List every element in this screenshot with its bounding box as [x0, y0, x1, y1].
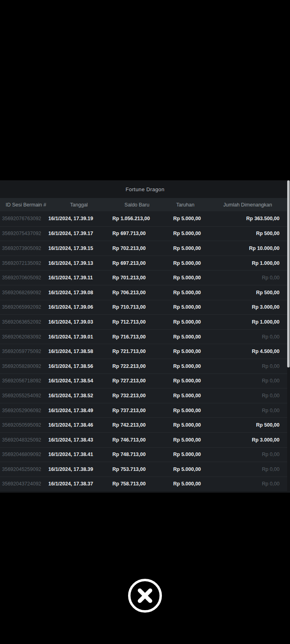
cell-amount-won: Rp 363.500,00 — [208, 216, 287, 221]
column-header-new-balance: Saldo Baru — [112, 202, 162, 208]
cell-date: 16/1/2024, 17.38.37 — [46, 481, 112, 487]
column-header-bet: Taruhan — [162, 202, 208, 208]
table-row: 3569205671809216/1/2024, 17.38.54Rp 727.… — [0, 374, 287, 388]
cell-amount-won: Rp 500,00 — [208, 422, 287, 428]
cell-amount-won: Rp 0,00 — [208, 393, 287, 398]
cell-bet: Rp 5.000,00 — [162, 246, 208, 251]
cell-session-id: 35692068269092 — [0, 290, 46, 295]
cell-session-id: 35692046809092 — [0, 452, 46, 457]
cell-new-balance: Rp 727.213,00 — [112, 378, 162, 384]
close-button[interactable] — [128, 579, 162, 613]
cell-new-balance: Rp 753.713,00 — [112, 466, 162, 472]
table-row: 3569207676309216/1/2024, 17.39.19Rp 1.05… — [0, 211, 287, 226]
cell-new-balance: Rp 758.713,00 — [112, 481, 162, 487]
cell-session-id: 35692052906092 — [0, 408, 46, 413]
cell-date: 16/1/2024, 17.38.52 — [46, 393, 112, 398]
game-history-modal: Fortune Dragon ID Sesi Bermain # Tanggal… — [0, 180, 290, 493]
table-row: 3569204832509216/1/2024, 17.38.43Rp 746.… — [0, 432, 287, 447]
cell-date: 16/1/2024, 17.38.46 — [46, 422, 112, 428]
cell-new-balance: Rp 732.213,00 — [112, 393, 162, 398]
cell-amount-won: Rp 0,00 — [208, 275, 287, 281]
cell-new-balance: Rp 697.713,00 — [112, 231, 162, 236]
table-row: 3569206599209216/1/2024, 17.39.06Rp 710.… — [0, 300, 287, 315]
cell-bet: Rp 5.000,00 — [162, 216, 208, 221]
screen: Fortune Dragon ID Sesi Bermain # Tanggal… — [0, 0, 290, 644]
cell-new-balance: Rp 722.213,00 — [112, 363, 162, 369]
cell-bet: Rp 5.000,00 — [162, 481, 208, 487]
cell-amount-won: Rp 0,00 — [208, 481, 287, 487]
cell-amount-won: Rp 0,00 — [208, 452, 287, 457]
cell-bet: Rp 5.000,00 — [162, 437, 208, 443]
cell-session-id: 35692058280092 — [0, 363, 46, 369]
cell-amount-won: Rp 500,00 — [208, 290, 287, 295]
cell-amount-won: Rp 500,00 — [208, 231, 287, 236]
cell-new-balance: Rp 746.713,00 — [112, 437, 162, 443]
cell-amount-won: Rp 4.500,00 — [208, 349, 287, 354]
table-row: 3569204525909216/1/2024, 17.38.39Rp 753.… — [0, 462, 287, 477]
cell-new-balance: Rp 737.213,00 — [112, 408, 162, 413]
history-table: ID Sesi Bermain # Tanggal Saldo Baru Tar… — [0, 198, 290, 491]
cell-date: 16/1/2024, 17.39.03 — [46, 319, 112, 325]
cell-session-id: 35692073905092 — [0, 246, 46, 251]
cell-new-balance: Rp 710.713,00 — [112, 304, 162, 310]
cell-session-id: 35692075437092 — [0, 231, 46, 236]
cell-date: 16/1/2024, 17.38.43 — [46, 437, 112, 443]
cell-bet: Rp 5.000,00 — [162, 422, 208, 428]
cell-amount-won: Rp 10.000,00 — [208, 246, 287, 251]
column-header-session-id: ID Sesi Bermain # — [0, 202, 46, 208]
cell-amount-won: Rp 0,00 — [208, 363, 287, 369]
cell-session-id: 35692065992092 — [0, 304, 46, 310]
cell-date: 16/1/2024, 17.39.19 — [46, 216, 112, 221]
cell-date: 16/1/2024, 17.38.54 — [46, 378, 112, 384]
cell-new-balance: Rp 742.213,00 — [112, 422, 162, 428]
table-row: 3569207060509216/1/2024, 17.39.11Rp 701.… — [0, 270, 287, 285]
cell-date: 16/1/2024, 17.39.17 — [46, 231, 112, 236]
x-close-icon — [130, 581, 160, 610]
cell-session-id: 35692043724092 — [0, 481, 46, 487]
cell-date: 16/1/2024, 17.38.56 — [46, 363, 112, 369]
cell-date: 16/1/2024, 17.39.01 — [46, 334, 112, 340]
cell-session-id: 35692059775092 — [0, 349, 46, 354]
cell-session-id: 35692072135092 — [0, 260, 46, 266]
table-row: 3569205290609216/1/2024, 17.38.49Rp 737.… — [0, 403, 287, 418]
cell-bet: Rp 5.000,00 — [162, 393, 208, 398]
cell-new-balance: Rp 716.713,00 — [112, 334, 162, 340]
column-header-date: Tanggal — [46, 202, 112, 208]
cell-session-id: 35692055254092 — [0, 393, 46, 398]
cell-date: 16/1/2024, 17.38.41 — [46, 452, 112, 457]
cell-bet: Rp 5.000,00 — [162, 466, 208, 472]
cell-bet: Rp 5.000,00 — [162, 319, 208, 325]
cell-new-balance: Rp 706.213,00 — [112, 290, 162, 295]
table-row: 3569205977509216/1/2024, 17.38.58Rp 721.… — [0, 344, 287, 359]
cell-bet: Rp 5.000,00 — [162, 378, 208, 384]
cell-session-id: 35692070605092 — [0, 275, 46, 281]
cell-date: 16/1/2024, 17.38.58 — [46, 349, 112, 354]
cell-date: 16/1/2024, 17.38.49 — [46, 408, 112, 413]
cell-amount-won: Rp 1.000,00 — [208, 319, 287, 325]
cell-session-id: 35692062083092 — [0, 334, 46, 340]
cell-new-balance: Rp 721.713,00 — [112, 349, 162, 354]
table-row: 3569207213509216/1/2024, 17.39.13Rp 697.… — [0, 256, 287, 270]
scrollbar-thumb[interactable] — [287, 180, 290, 367]
table-row: 3569207390509216/1/2024, 17.39.15Rp 702.… — [0, 241, 287, 256]
cell-date: 16/1/2024, 17.39.11 — [46, 275, 112, 281]
cell-amount-won: Rp 0,00 — [208, 378, 287, 384]
column-header-amount-won: Jumlah Dimenangkan — [208, 202, 287, 208]
cell-date: 16/1/2024, 17.39.06 — [46, 304, 112, 310]
cell-amount-won: Rp 3.000,00 — [208, 304, 287, 310]
cell-bet: Rp 5.000,00 — [162, 452, 208, 457]
table-row: 3569206208309216/1/2024, 17.39.01Rp 716.… — [0, 329, 287, 344]
modal-title: Fortune Dragon — [0, 180, 290, 198]
cell-bet: Rp 5.000,00 — [162, 304, 208, 310]
cell-date: 16/1/2024, 17.39.15 — [46, 246, 112, 251]
cell-session-id: 35692063652092 — [0, 319, 46, 325]
cell-date: 16/1/2024, 17.39.13 — [46, 260, 112, 266]
cell-new-balance: Rp 748.713,00 — [112, 452, 162, 457]
cell-new-balance: Rp 701.213,00 — [112, 275, 162, 281]
cell-session-id: 35692050595092 — [0, 422, 46, 428]
cell-bet: Rp 5.000,00 — [162, 334, 208, 340]
table-row: 3569205525409216/1/2024, 17.38.52Rp 732.… — [0, 388, 287, 403]
cell-bet: Rp 5.000,00 — [162, 275, 208, 281]
cell-amount-won: Rp 0,00 — [208, 408, 287, 413]
cell-session-id: 35692048325092 — [0, 437, 46, 443]
